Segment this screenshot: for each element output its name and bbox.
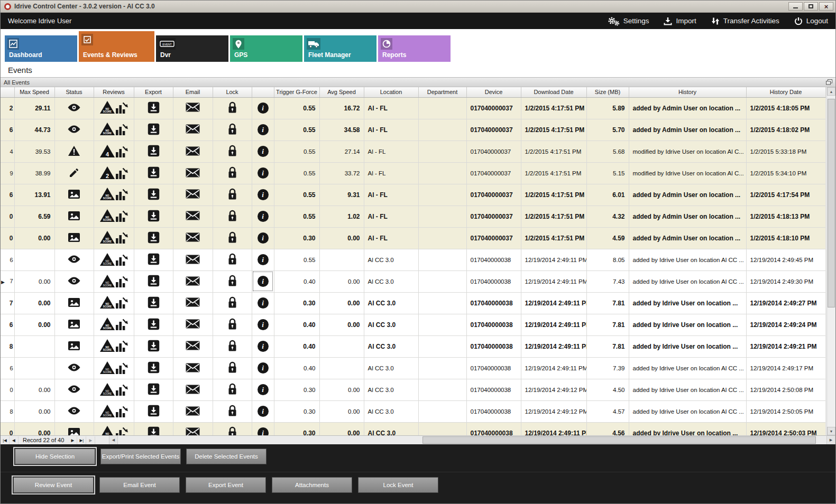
export-download-icon[interactable] — [148, 152, 160, 158]
table-row[interactable]: 644.73NOSCOREi0.5534.58Al - FL0170400000… — [1, 119, 825, 141]
menu-import[interactable]: Import — [664, 17, 696, 25]
cell-email[interactable] — [173, 400, 213, 422]
cell-info[interactable]: i — [252, 400, 274, 422]
tab-events-reviews[interactable]: Events & Reviews — [79, 31, 154, 62]
cell-lock[interactable] — [213, 292, 252, 314]
tab-fleet-manager[interactable]: Fleet Manager — [304, 35, 376, 62]
review-score-badge-icon[interactable]: NOSCORE — [99, 209, 115, 222]
review-chart-icon[interactable] — [115, 405, 128, 418]
table-row[interactable]: 70.00NOSCOREi0.300.00Al CC 3.00170400000… — [1, 292, 825, 314]
cell-email[interactable] — [173, 422, 213, 435]
column-header-email[interactable]: Email — [173, 87, 213, 97]
export-print-selected-events-button[interactable]: Export/Print Selected Events — [100, 449, 181, 464]
cell-info[interactable]: i — [252, 162, 274, 184]
email-envelope-icon[interactable] — [186, 367, 200, 374]
info-icon[interactable]: i — [258, 319, 269, 330]
column-header-export[interactable]: Export — [134, 87, 173, 97]
email-envelope-icon[interactable] — [186, 301, 200, 309]
menu-logout[interactable]: Logout — [794, 17, 828, 25]
cell-info[interactable]: i — [252, 270, 274, 292]
tab-reports[interactable]: Reports — [378, 35, 451, 62]
cell-reviews[interactable]: NOSCORE — [94, 292, 134, 314]
email-envelope-icon[interactable] — [186, 106, 200, 114]
cell-email[interactable] — [173, 335, 213, 357]
cell-info[interactable]: i — [252, 379, 274, 400]
review-score-badge-icon[interactable]: NOSCORE — [99, 295, 115, 309]
column-header-history-date[interactable]: History Date — [746, 87, 825, 97]
cell-reviews[interactable]: NOSCORE — [94, 357, 134, 379]
review-chart-icon[interactable] — [115, 426, 128, 435]
export-download-icon[interactable] — [148, 390, 160, 396]
maximize-button[interactable] — [804, 2, 818, 11]
column-header-lock[interactable]: Lock — [213, 87, 252, 97]
review-score-badge-icon[interactable]: NOSCORE — [99, 230, 115, 244]
cell-info[interactable]: i — [252, 184, 274, 206]
info-icon[interactable]: i — [258, 124, 269, 135]
cell-export[interactable] — [134, 314, 173, 335]
cell-email[interactable] — [173, 97, 213, 119]
cell-email[interactable] — [173, 270, 213, 292]
column-header-avg-speed[interactable]: Avg Speed — [319, 87, 364, 97]
info-icon[interactable]: i — [258, 232, 269, 244]
cell-email[interactable] — [173, 119, 213, 141]
table-row[interactable]: 8NOSCOREi0.40Al CC 3.001704000003812/19/… — [1, 335, 825, 357]
lock-padlock-icon[interactable] — [227, 260, 237, 266]
info-icon[interactable]: i — [258, 297, 269, 309]
cell-email[interactable] — [173, 357, 213, 379]
attachments-button[interactable]: Attachments — [272, 477, 352, 493]
cell-export[interactable] — [134, 119, 173, 141]
cell-reviews[interactable]: NOSCORE — [94, 379, 134, 400]
column-header-download-date[interactable]: Download Date — [521, 87, 586, 97]
cell-info[interactable]: i — [252, 422, 274, 435]
table-row[interactable]: 6NOSCOREi0.40Al CC 3.001704000003812/19/… — [1, 357, 825, 379]
review-score-badge-icon[interactable]: NOSCORE — [99, 187, 115, 201]
review-score-badge-icon[interactable]: NOSCORE — [99, 382, 115, 396]
cell-reviews[interactable]: 4 — [94, 141, 134, 162]
cell-reviews[interactable]: NOSCORE — [94, 206, 134, 227]
hide-selection-button[interactable]: Hide Selection — [15, 449, 95, 464]
cell-email[interactable] — [173, 314, 213, 335]
cell-lock[interactable] — [213, 206, 252, 227]
cell-lock[interactable] — [213, 119, 252, 141]
review-score-badge-icon[interactable]: NOSCORE — [99, 404, 115, 418]
review-score-badge-icon[interactable]: NOSCORE — [99, 274, 115, 288]
lock-padlock-icon[interactable] — [227, 216, 237, 223]
table-row[interactable]: 938.992i0.5533.72Al - FL0170400000371/2/… — [1, 162, 825, 184]
cell-lock[interactable] — [213, 379, 252, 400]
panel-restore-icon[interactable] — [826, 79, 832, 85]
table-row[interactable]: 00.00NOSCOREi0.300.00Al CC 3.00170400000… — [1, 422, 825, 435]
email-event-button[interactable]: Email Event — [99, 477, 180, 493]
cell-export[interactable] — [134, 357, 173, 379]
cell-info[interactable]: i — [252, 292, 274, 314]
cell-reviews[interactable]: NOSCORE — [94, 119, 134, 141]
cell-reviews[interactable]: 2 — [94, 162, 134, 184]
email-envelope-icon[interactable] — [186, 193, 200, 200]
column-header-department[interactable]: Department — [418, 87, 466, 97]
review-chart-icon[interactable] — [115, 275, 128, 288]
cell-lock[interactable] — [213, 162, 252, 184]
review-chart-icon[interactable] — [115, 167, 128, 180]
cell-lock[interactable] — [213, 357, 252, 379]
last-record-button[interactable]: ▶| — [77, 436, 86, 444]
lock-padlock-icon[interactable] — [227, 194, 237, 202]
cell-info[interactable]: i — [252, 249, 274, 270]
cell-export[interactable] — [134, 184, 173, 206]
lock-padlock-icon[interactable] — [227, 152, 237, 158]
menu-settings[interactable]: Settings — [607, 16, 649, 26]
export-download-icon[interactable] — [148, 129, 160, 137]
email-envelope-icon[interactable] — [186, 389, 200, 395]
table-row[interactable]: 60.00NOSCOREi0.400.00Al CC 3.00170400000… — [1, 314, 825, 335]
cell-email[interactable] — [173, 184, 213, 206]
email-envelope-icon[interactable] — [186, 172, 200, 179]
delete-selected-events-button[interactable]: Delete Selected Events — [186, 449, 267, 464]
export-download-icon[interactable] — [148, 238, 160, 245]
cell-export[interactable] — [134, 249, 173, 270]
lock-padlock-icon[interactable] — [227, 368, 237, 375]
column-header-max-speed[interactable]: Max Speed — [14, 87, 54, 97]
review-score-badge-icon[interactable]: NOSCORE — [99, 100, 115, 114]
review-score-badge-icon[interactable]: NOSCORE — [99, 122, 115, 136]
review-chart-icon[interactable] — [115, 210, 128, 222]
prev-record-button[interactable]: ◀ — [10, 436, 19, 444]
column-header-reviews[interactable]: Reviews — [94, 87, 134, 97]
email-envelope-icon[interactable] — [186, 323, 200, 330]
